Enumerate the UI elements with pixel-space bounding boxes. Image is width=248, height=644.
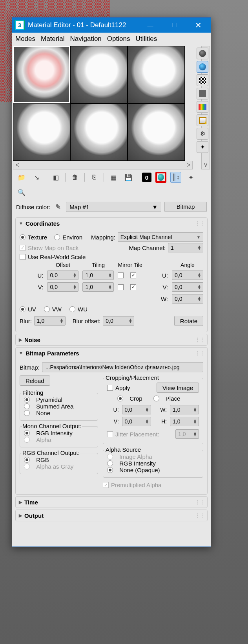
offset-u-spinner[interactable]: 0,0▲▼	[47, 270, 78, 280]
radio-wu[interactable]	[69, 306, 75, 312]
radio-crop[interactable]	[117, 396, 123, 401]
sample-slot-6[interactable]	[128, 103, 185, 161]
map-channel-spinner[interactable]: 1▲▼	[168, 243, 203, 252]
radio-mono-alpha	[24, 437, 30, 443]
save-icon[interactable]: 💾	[123, 172, 134, 183]
put-to-library-icon[interactable]: ▦	[108, 172, 119, 183]
radio-vw[interactable]	[44, 306, 50, 312]
sample-type-icon[interactable]	[197, 48, 208, 59]
side-toolbar: ⚙ ✦	[197, 48, 209, 153]
assign-to-selection-icon[interactable]: ◧	[50, 172, 61, 183]
rollup-header-bitmap[interactable]: ▼ Bitmap Parameters ⋮⋮	[16, 348, 207, 359]
sample-uv-icon[interactable]	[197, 88, 208, 99]
titlebar[interactable]: 3 Material Editor - 01 - Default1122 — ☐…	[12, 18, 211, 33]
rotate-button[interactable]: Rotate	[174, 316, 203, 326]
make-preview-icon[interactable]	[197, 114, 208, 126]
map-type-button[interactable]: Bitmap	[164, 202, 207, 212]
video-color-check-icon[interactable]	[197, 101, 208, 113]
editor-body: ᐸ ᐳ ᐱ ᐯ 📁 ↘ ◧ 🗑 ⎘ ▦ 💾	[12, 45, 211, 546]
blur-offset-spinner[interactable]: 0,0▲▼	[103, 316, 134, 326]
mirror-u-chk[interactable]	[118, 272, 124, 278]
crop-h-spinner[interactable]: 1,0▲▼	[170, 417, 199, 426]
material-id-icon[interactable]: 0	[142, 173, 151, 182]
go-forward-icon[interactable]: 🔍	[16, 187, 27, 198]
expand-icon: ▶	[19, 513, 22, 518]
tiling-v-spinner[interactable]: 1,0▲▼	[82, 282, 114, 292]
rollup-coordinates: ▼ Coordinates ⋮⋮ Texture Environ Mapping…	[15, 217, 208, 332]
mapping-dropdown[interactable]: Explicit Map Channel▼	[118, 232, 203, 242]
radio-uv[interactable]	[20, 306, 26, 312]
sample-slot-4[interactable]	[13, 103, 70, 161]
maximize-button[interactable]: ☐	[162, 18, 186, 33]
sample-slot-2[interactable]	[70, 46, 128, 103]
make-unique-icon[interactable]: ⎘	[89, 172, 100, 183]
blur-spinner[interactable]: 1,0▲▼	[34, 316, 66, 326]
bitmap-path-button[interactable]: ...Разработка\Interiors\New folder\Обои …	[42, 362, 203, 372]
sample-slot-5[interactable]	[70, 103, 128, 161]
background-icon[interactable]	[197, 74, 208, 86]
expand-icon: ▶	[19, 337, 22, 342]
tile-v-chk[interactable]	[130, 284, 136, 290]
close-button[interactable]: ✕	[186, 18, 211, 33]
grip-icon[interactable]: ⋮⋮	[195, 337, 204, 342]
menu-utilities[interactable]: Utilities	[135, 35, 157, 43]
radio-alpha-rgb-intensity[interactable]	[107, 460, 113, 466]
chevron-down-icon: ▼	[152, 204, 158, 210]
rollup-noise: ▶ Noise ⋮⋮	[15, 334, 208, 346]
rollup-header-output[interactable]: ▶ Output ⋮⋮	[16, 510, 207, 521]
grip-icon[interactable]: ⋮⋮	[195, 499, 204, 505]
radio-summed-area[interactable]	[24, 403, 30, 409]
menu-material[interactable]: Material	[41, 35, 64, 43]
rollup-header-noise[interactable]: ▶ Noise ⋮⋮	[16, 334, 207, 345]
select-by-material-icon[interactable]: ✦	[197, 141, 208, 153]
color-picker-icon[interactable]: ✎	[53, 202, 63, 212]
chk-jitter	[107, 431, 113, 437]
menu-modes[interactable]: Modes	[15, 35, 35, 43]
scroll-right-icon[interactable]: ᐳ	[184, 161, 192, 169]
chk-apply[interactable]	[107, 385, 113, 391]
sample-slot-1[interactable]	[13, 46, 70, 103]
show-map-in-viewport-icon[interactable]	[155, 172, 166, 183]
menu-options[interactable]: Options	[107, 35, 130, 43]
chk-real-world-scale[interactable]	[20, 254, 26, 260]
go-to-parent-icon[interactable]: ✦	[185, 172, 196, 183]
minimize-button[interactable]: —	[139, 18, 162, 33]
backlight-icon[interactable]	[197, 61, 208, 73]
sample-slot-3[interactable]	[128, 46, 185, 103]
menu-navigation[interactable]: Navigation	[70, 35, 102, 43]
mirror-v-chk[interactable]	[118, 284, 124, 290]
radio-texture[interactable]	[20, 234, 26, 240]
angle-u-spinner[interactable]: 0,0▲▼	[172, 270, 203, 280]
radio-mono-rgb[interactable]	[24, 430, 30, 436]
tiling-u-spinner[interactable]: 1,0▲▼	[82, 270, 114, 280]
radio-filter-none[interactable]	[24, 410, 30, 416]
grip-icon[interactable]: ⋮⋮	[195, 350, 204, 356]
crop-u-spinner[interactable]: 0,0▲▼	[122, 405, 151, 414]
get-material-icon[interactable]: 📁	[16, 172, 27, 183]
radio-rgb-rgb[interactable]	[24, 457, 30, 463]
options-gear-icon[interactable]: ⚙	[197, 128, 208, 140]
crop-v-spinner[interactable]: 0,0▲▼	[122, 417, 151, 426]
map-name-dropdown[interactable]: Map #1 ▼	[66, 202, 161, 212]
reload-button[interactable]: Reload	[20, 375, 50, 386]
show-end-result-icon[interactable]: ║↕	[170, 172, 181, 183]
radio-environ[interactable]	[54, 234, 60, 240]
put-to-scene-icon[interactable]: ↘	[31, 172, 42, 183]
scroll-left-icon[interactable]: ᐸ	[13, 161, 21, 169]
radio-alpha-none[interactable]	[107, 467, 113, 473]
rollup-header-time[interactable]: ▶ Time ⋮⋮	[16, 497, 207, 508]
scroll-down-icon[interactable]: ᐯ	[202, 161, 210, 169]
offset-v-spinner[interactable]: 0,0▲▼	[47, 282, 78, 292]
view-image-button[interactable]: View Image	[157, 383, 199, 393]
grip-icon[interactable]: ⋮⋮	[195, 221, 204, 226]
grip-icon[interactable]: ⋮⋮	[195, 513, 204, 518]
crop-w-spinner[interactable]: 1,0▲▼	[170, 405, 199, 414]
delete-icon[interactable]: 🗑	[69, 172, 80, 183]
slots-hscrollbar[interactable]: ᐸ ᐳ	[13, 161, 193, 169]
radio-place[interactable]	[153, 396, 159, 401]
rollup-header-coordinates[interactable]: ▼ Coordinates ⋮⋮	[16, 218, 207, 229]
angle-w-spinner[interactable]: 0,0▲▼	[172, 294, 203, 304]
radio-pyramidal[interactable]	[24, 397, 30, 403]
tile-u-chk[interactable]	[130, 272, 136, 278]
angle-v-spinner[interactable]: 0,0▲▼	[172, 282, 203, 292]
